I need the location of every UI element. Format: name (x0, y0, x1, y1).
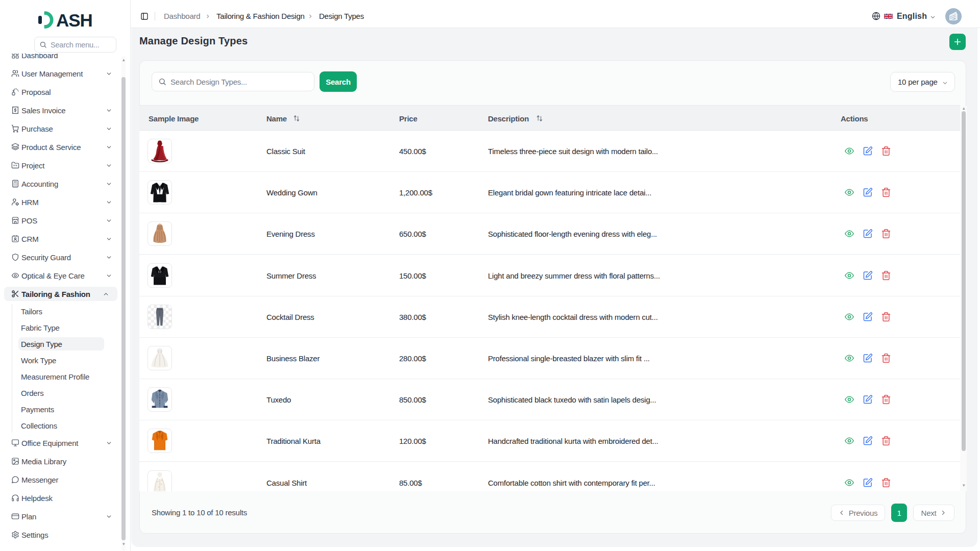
svg-text:ASH: ASH (56, 10, 92, 30)
